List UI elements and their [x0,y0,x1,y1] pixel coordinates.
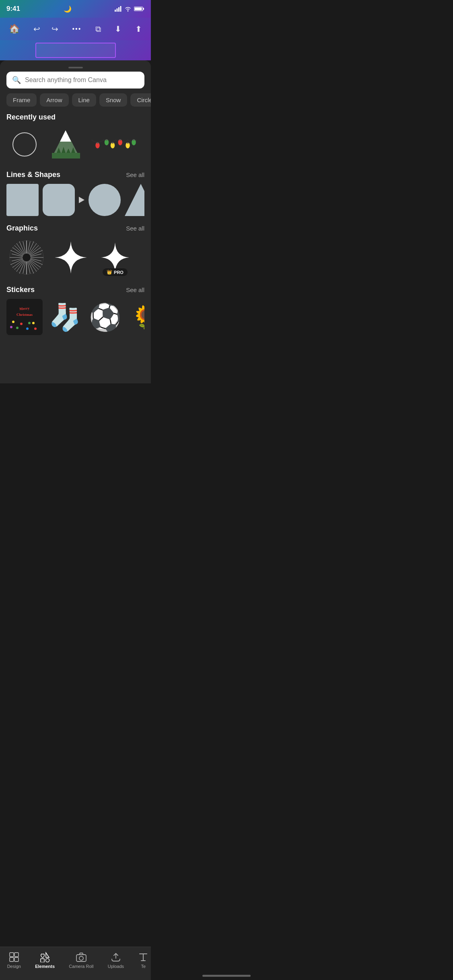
graphics-title: Graphics [6,224,38,233]
stickers-title: Stickers [6,286,35,294]
canvas-preview [0,40,151,60]
svg-point-47 [12,321,14,323]
svg-rect-25 [133,139,135,140]
sparkle-1-svg [53,239,89,276]
svg-rect-23 [127,142,129,144]
bottom-spacer [0,343,151,383]
svg-rect-3 [120,6,121,12]
bottom-panel: 🔍 Frame Arrow Line Snow Circle Heart Rec… [0,60,151,383]
search-bar[interactable]: 🔍 [6,72,144,89]
status-bar: 9:41 🌙 [0,0,151,18]
graphics-section: Graphics See all [0,224,151,286]
pro-label: PRO [114,270,124,275]
recently-used-header: Recently used [6,113,144,121]
undo-button[interactable]: ↩ [31,22,43,36]
shape-arrow-line[interactable] [79,197,84,203]
chip-frame[interactable]: Frame [6,93,37,107]
status-moon-icon: 🌙 [64,5,72,13]
sticker-soccer[interactable]: ⚽ [87,299,123,335]
sticker-merry-christmas[interactable]: Merry Christmas [6,299,43,335]
status-time: 9:41 [6,5,20,13]
sticker-sunflowers[interactable]: 🌻 [127,299,144,335]
more-button[interactable]: ••• [70,23,84,35]
lines-shapes-header: Lines & Shapes See all [6,171,144,179]
svg-rect-1 [117,8,118,12]
svg-point-44 [23,253,31,261]
graphic-sparkle-1[interactable] [51,237,91,278]
canvas-frame[interactable] [35,43,116,58]
home-button[interactable]: 🏠 [6,21,22,37]
search-input[interactable] [25,76,139,84]
svg-point-53 [10,326,12,328]
svg-point-51 [32,322,35,324]
lines-shapes-title: Lines & Shapes [6,171,60,179]
graphic-sunburst[interactable] [6,237,47,278]
arrow-head [79,197,84,203]
drag-handle-container [0,67,151,68]
chip-snow[interactable]: Snow [99,93,128,107]
svg-rect-15 [97,142,99,144]
svg-rect-17 [106,139,108,140]
svg-marker-8 [60,130,71,142]
signal-icon [115,6,122,12]
drag-handle [68,67,83,68]
shape-rounded-square[interactable] [43,184,75,216]
download-button[interactable]: ⬇ [112,22,124,36]
chip-arrow[interactable]: Arrow [40,93,68,107]
stickers-see-all[interactable]: See all [126,286,144,293]
svg-point-49 [20,323,23,325]
battery-icon [134,6,144,12]
svg-rect-9 [52,153,80,159]
toolbar-center: ↩ ↪ [31,22,61,36]
svg-text:Christmas: Christmas [16,313,33,317]
graphic-sparkle-3[interactable]: 👑 PRO [139,237,144,278]
filter-chips: Frame Arrow Line Snow Circle Heart [0,93,151,113]
status-icons [115,6,144,12]
svg-point-52 [34,327,37,330]
recent-mountain[interactable] [47,126,84,163]
recently-used-section: Recently used [0,113,151,171]
redo-button[interactable]: ↪ [49,22,61,36]
stickers-row: Merry Christmas 🧦 ⚽ [6,299,144,335]
circle-outline [12,132,37,156]
sticker-stocking[interactable]: 🧦 [47,299,83,335]
lines-shapes-see-all[interactable]: See all [126,171,144,178]
search-icon: 🔍 [12,76,21,84]
graphic-sparkle-2[interactable]: 👑 PRO [95,237,135,278]
recent-circle[interactable] [6,126,43,163]
svg-point-50 [26,327,29,330]
share-button[interactable]: ⬆ [133,22,144,36]
merry-christmas-svg: Merry Christmas [7,300,42,334]
lights-svg [89,130,137,159]
svg-rect-21 [119,139,121,140]
graphics-see-all[interactable]: See all [126,225,144,232]
svg-rect-6 [135,8,142,10]
shape-triangle[interactable] [125,184,144,216]
chip-line[interactable]: Line [72,93,96,107]
lines-shapes-section: Lines & Shapes See all [0,171,151,224]
crown-icon: 👑 [107,270,112,275]
sparkle-3-svg [141,241,144,274]
svg-rect-0 [115,10,116,12]
svg-rect-19 [112,142,114,144]
svg-rect-2 [118,7,119,12]
wifi-icon [124,6,132,12]
recently-used-grid [6,126,144,163]
graphics-header: Graphics See all [6,224,144,233]
pages-button[interactable]: ⧉ [93,22,103,36]
svg-point-48 [16,327,19,329]
mountain-svg [49,130,83,160]
graphics-row: 👑 PRO 👑 PRO 👑 [6,237,144,278]
shape-circle[interactable] [89,184,121,216]
toolbar: 🏠 ↩ ↪ ••• ⧉ ⬇ ⬆ [0,18,151,40]
svg-rect-5 [143,8,144,10]
pro-badge-2: 👑 PRO [103,268,128,276]
sunburst-svg [8,239,45,276]
recently-used-title: Recently used [6,113,56,121]
svg-point-54 [28,322,31,324]
shapes-row [6,184,144,216]
shape-square[interactable] [6,184,39,216]
chip-circle[interactable]: Circle [130,93,151,107]
recent-lights[interactable] [89,126,137,163]
svg-text:Merry: Merry [19,306,30,311]
